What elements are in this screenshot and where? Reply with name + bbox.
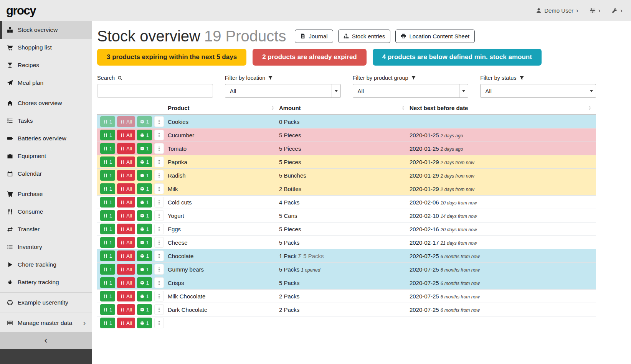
- best-before-column-header[interactable]: Next best before date: [410, 103, 596, 115]
- consume-one-button[interactable]: 1: [100, 277, 115, 288]
- sidebar-item-meal-plan[interactable]: Meal plan: [0, 74, 92, 92]
- sidebar-item-equipment[interactable]: Equipment: [0, 147, 92, 165]
- consume-one-button[interactable]: 1: [100, 264, 115, 275]
- consume-one-button[interactable]: 1: [100, 250, 115, 261]
- open-one-button[interactable]: 1: [137, 197, 152, 208]
- open-one-button[interactable]: 1: [137, 210, 152, 221]
- consume-one-button[interactable]: 1: [100, 130, 115, 140]
- consume-all-button[interactable]: All: [117, 156, 135, 167]
- open-one-button[interactable]: 1: [137, 304, 152, 315]
- consume-one-button[interactable]: 1: [100, 143, 115, 154]
- alert-info[interactable]: 4 products are below defined min. stock …: [373, 49, 542, 66]
- admin-menu[interactable]: ›: [612, 7, 623, 14]
- row-more-button[interactable]: [154, 291, 164, 301]
- sidebar-item-transfer[interactable]: Transfer: [0, 221, 92, 238]
- amount-value: 5 Pieces: [279, 132, 301, 138]
- open-one-button[interactable]: 1: [137, 318, 152, 328]
- consume-all-button[interactable]: All: [117, 264, 135, 275]
- settings-menu[interactable]: ›: [590, 7, 601, 14]
- open-one-button[interactable]: 1: [137, 250, 152, 261]
- sidebar-item-chore-tracking[interactable]: Chore tracking: [0, 256, 92, 273]
- consume-all-button[interactable]: All: [117, 250, 135, 261]
- row-more-button[interactable]: [154, 210, 164, 221]
- consume-one-button[interactable]: 1: [100, 183, 115, 194]
- consume-one-button[interactable]: 1: [100, 197, 115, 208]
- user-menu[interactable]: Demo User ›: [536, 7, 578, 14]
- consume-all-button[interactable]: All: [117, 304, 135, 315]
- row-more-button[interactable]: [154, 143, 164, 154]
- consume-all-button[interactable]: All: [117, 277, 135, 288]
- open-one-button[interactable]: 1: [137, 143, 152, 154]
- product-column-header[interactable]: Product: [168, 103, 279, 115]
- consume-all-button[interactable]: All: [117, 237, 135, 248]
- consume-one-button[interactable]: 1: [100, 224, 115, 234]
- consume-all-button[interactable]: All: [117, 210, 135, 221]
- row-more-button[interactable]: [154, 224, 164, 234]
- consume-all-button[interactable]: All: [117, 318, 135, 328]
- row-more-button[interactable]: [154, 237, 164, 248]
- search-input[interactable]: [97, 84, 213, 98]
- open-one-button[interactable]: 1: [137, 156, 152, 167]
- consume-one-button[interactable]: 1: [100, 170, 115, 181]
- sidebar-item-purchase[interactable]: Purchase: [0, 185, 92, 203]
- open-one-button[interactable]: 1: [137, 224, 152, 234]
- row-more-button[interactable]: [154, 197, 164, 208]
- location-filter-select[interactable]: All: [225, 84, 341, 98]
- row-more-button[interactable]: [154, 130, 164, 140]
- sidebar-item-battery-tracking[interactable]: Battery tracking: [0, 273, 92, 291]
- brand-logo[interactable]: grocy: [6, 4, 36, 18]
- open-one-button[interactable]: 1: [137, 237, 152, 248]
- open-one-button[interactable]: 1: [137, 116, 152, 127]
- sidebar-item-stock-overview[interactable]: Stock overview: [0, 21, 92, 39]
- sidebar-item-inventory[interactable]: Inventory: [0, 238, 92, 256]
- stock-entries-button[interactable]: Stock entries: [338, 30, 391, 43]
- row-more-button[interactable]: [154, 170, 164, 181]
- alert-danger[interactable]: 2 products are already expired: [253, 49, 367, 66]
- status-filter-select[interactable]: All: [480, 84, 596, 98]
- row-more-button[interactable]: [154, 277, 164, 288]
- row-more-button[interactable]: [154, 318, 164, 328]
- open-one-button[interactable]: 1: [137, 291, 152, 301]
- consume-all-button[interactable]: All: [117, 143, 135, 154]
- journal-button[interactable]: Journal: [295, 30, 333, 43]
- consume-one-button[interactable]: 1: [100, 318, 115, 328]
- open-one-button[interactable]: 1: [137, 183, 152, 194]
- consume-one-button[interactable]: 1: [100, 116, 115, 127]
- row-more-button[interactable]: [154, 250, 164, 261]
- row-more-button[interactable]: [154, 264, 164, 275]
- consume-all-button[interactable]: All: [117, 291, 135, 301]
- consume-one-button[interactable]: 1: [100, 237, 115, 248]
- sidebar-item-batteries-overview[interactable]: Batteries overview: [0, 130, 92, 147]
- amount-column-header[interactable]: Amount: [279, 103, 410, 115]
- row-more-button[interactable]: [154, 156, 164, 167]
- product-group-filter-select[interactable]: All: [353, 84, 469, 98]
- sidebar-item-tasks[interactable]: Tasks: [0, 112, 92, 130]
- sidebar-item-shopping-list[interactable]: Shopping list: [0, 39, 92, 56]
- consume-all-button[interactable]: All: [117, 130, 135, 140]
- sidebar-collapse-button[interactable]: ‹: [0, 332, 92, 349]
- open-one-button[interactable]: 1: [137, 277, 152, 288]
- consume-all-button[interactable]: All: [117, 224, 135, 234]
- row-more-button[interactable]: [154, 116, 164, 127]
- location-content-sheet-button[interactable]: Location Content Sheet: [395, 30, 475, 43]
- sidebar-item-chores-overview[interactable]: Chores overview: [0, 94, 92, 112]
- open-one-button[interactable]: 1: [137, 170, 152, 181]
- consume-one-button[interactable]: 1: [100, 304, 115, 315]
- sidebar-item-manage-master-data[interactable]: Manage master data›: [0, 314, 92, 332]
- consume-all-button[interactable]: All: [117, 183, 135, 194]
- sidebar-item-example-userentity[interactable]: Example userentity: [0, 294, 92, 311]
- consume-all-button[interactable]: All: [117, 197, 135, 208]
- consume-one-button[interactable]: 1: [100, 291, 115, 301]
- consume-all-button[interactable]: All: [117, 170, 135, 181]
- consume-all-button[interactable]: All: [117, 116, 135, 127]
- consume-one-button[interactable]: 1: [100, 210, 115, 221]
- consume-one-button[interactable]: 1: [100, 156, 115, 167]
- alert-warning[interactable]: 3 products expiring within the next 5 da…: [97, 49, 246, 66]
- row-more-button[interactable]: [154, 183, 164, 194]
- sidebar-item-recipes[interactable]: Recipes: [0, 56, 92, 74]
- open-one-button[interactable]: 1: [137, 130, 152, 140]
- row-more-button[interactable]: [154, 304, 164, 315]
- open-one-button[interactable]: 1: [137, 264, 152, 275]
- sidebar-item-calendar[interactable]: Calendar: [0, 165, 92, 183]
- sidebar-item-consume[interactable]: Consume: [0, 203, 92, 221]
